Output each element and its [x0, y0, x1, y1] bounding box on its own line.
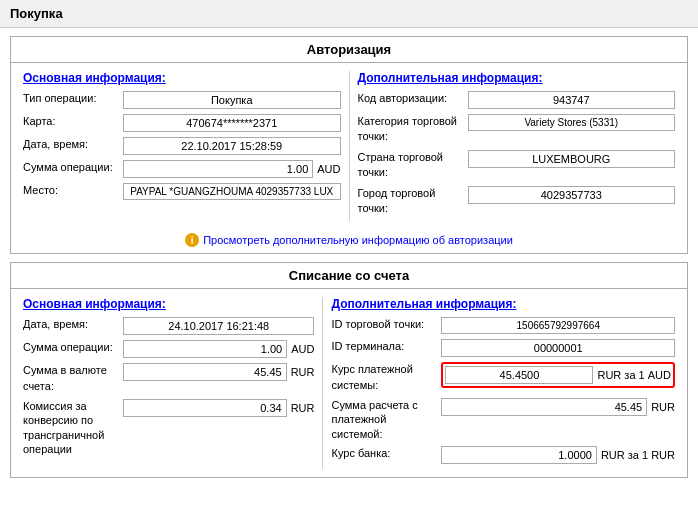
debit-bank-rate-input — [441, 446, 596, 464]
debit-section: Списание со счета Основная информация: Д… — [10, 262, 688, 478]
debit-date-input — [123, 317, 314, 335]
auth-date-input — [123, 137, 341, 155]
debit-ps-amount-input — [441, 398, 647, 416]
auth-card-value — [123, 114, 341, 132]
auth-place-input — [123, 183, 341, 200]
debit-right-title: Дополнительная информация: — [331, 297, 675, 311]
auth-code-value — [468, 91, 676, 109]
debit-date-row: Дата, время: — [23, 317, 314, 335]
auth-category-label: Категория торговой точки: — [358, 114, 468, 145]
debit-merchant-input — [441, 317, 675, 334]
debit-currency-label: Сумма в валюте счета: — [23, 363, 123, 394]
auth-amount-row: Сумма операции: AUD — [23, 160, 341, 178]
debit-body: Основная информация: Дата, время: Сумма … — [11, 289, 687, 477]
debit-ps-amount-label: Сумма расчета с платежной системой: — [331, 398, 441, 441]
auth-card-row: Карта: — [23, 114, 341, 132]
authorization-body: Основная информация: Тип операции: Карта… — [11, 63, 687, 229]
debit-merchant-value — [441, 317, 675, 334]
auth-city-row: Город торговой точки: — [358, 186, 676, 217]
debit-commission-row: Комиссия за конверсию по трансграничной … — [23, 399, 314, 456]
auth-code-label: Код авторизации: — [358, 91, 468, 106]
auth-country-input — [468, 150, 676, 168]
auth-country-label: Страна торговой точки: — [358, 150, 468, 181]
debit-date-label: Дата, время: — [23, 317, 123, 332]
debit-rate-label: Курс платежной системы: — [331, 362, 441, 393]
page-title: Покупка — [0, 0, 698, 28]
debit-left-title: Основная информация: — [23, 297, 314, 311]
auth-date-value — [123, 137, 341, 155]
debit-terminal-label: ID терминала: — [331, 339, 441, 354]
info-icon: i — [185, 233, 199, 247]
debit-rate-unit: RUR за 1 AUD — [597, 369, 671, 381]
auth-category-input — [468, 114, 676, 131]
debit-commission-unit: RUR — [291, 402, 315, 414]
auth-card-label: Карта: — [23, 114, 123, 129]
debit-amount-input — [123, 340, 287, 358]
auth-type-input — [123, 91, 341, 109]
auth-type-label: Тип операции: — [23, 91, 123, 106]
debit-bank-rate-row: Курс банка: RUR за 1 RUR — [331, 446, 675, 464]
debit-rate-input — [445, 366, 593, 384]
debit-commission-input — [123, 399, 287, 417]
debit-right-col: Дополнительная информация: ID торговой т… — [322, 297, 683, 469]
auth-amount-label: Сумма операции: — [23, 160, 123, 175]
auth-date-label: Дата, время: — [23, 137, 123, 152]
debit-amount-unit: AUD — [291, 343, 314, 355]
debit-currency-unit: RUR — [291, 366, 315, 378]
auth-country-value — [468, 150, 676, 168]
auth-place-row: Место: — [23, 183, 341, 200]
debit-bank-rate-label: Курс банка: — [331, 446, 441, 461]
auth-amount-value: AUD — [123, 160, 341, 178]
debit-bank-rate-unit: RUR за 1 RUR — [601, 449, 675, 461]
debit-commission-label: Комиссия за конверсию по трансграничной … — [23, 399, 123, 456]
debit-ps-amount-row: Сумма расчета с платежной системой: RUR — [331, 398, 675, 441]
debit-amount-label: Сумма операции: — [23, 340, 123, 355]
auth-place-label: Место: — [23, 183, 123, 198]
auth-city-value — [468, 186, 676, 204]
debit-bank-rate-value: RUR за 1 RUR — [441, 446, 675, 464]
auth-date-row: Дата, время: — [23, 137, 341, 155]
auth-category-value — [468, 114, 676, 131]
debit-currency-value: RUR — [123, 363, 314, 381]
authorization-section: Авторизация Основная информация: Тип опе… — [10, 36, 688, 254]
auth-amount-unit: AUD — [317, 163, 340, 175]
auth-right-col: Дополнительная информация: Код авторизац… — [349, 71, 684, 221]
auth-type-value — [123, 91, 341, 109]
debit-header: Списание со счета — [11, 263, 687, 289]
debit-merchant-label: ID торговой точки: — [331, 317, 441, 332]
auth-left-title: Основная информация: — [23, 71, 341, 85]
debit-merchant-row: ID торговой точки: — [331, 317, 675, 334]
debit-left-col: Основная информация: Дата, время: Сумма … — [15, 297, 322, 469]
authorization-header: Авторизация — [11, 37, 687, 63]
debit-terminal-row: ID терминала: — [331, 339, 675, 357]
auth-code-input — [468, 91, 676, 109]
auth-category-row: Категория торговой точки: — [358, 114, 676, 145]
debit-currency-row: Сумма в валюте счета: RUR — [23, 363, 314, 394]
auth-right-title: Дополнительная информация: — [358, 71, 676, 85]
auth-country-row: Страна торговой точки: — [358, 150, 676, 181]
auth-info-link[interactable]: i Просмотреть дополнительную информацию … — [11, 229, 687, 253]
debit-ps-amount-unit: RUR — [651, 401, 675, 413]
debit-rate-row: Курс платежной системы: RUR за 1 AUD — [331, 362, 675, 393]
auth-left-col: Основная информация: Тип операции: Карта… — [15, 71, 349, 221]
auth-type-row: Тип операции: — [23, 91, 341, 109]
debit-commission-value: RUR — [123, 399, 314, 417]
debit-date-value — [123, 317, 314, 335]
debit-rate-value: RUR за 1 AUD — [441, 362, 675, 388]
auth-city-input — [468, 186, 676, 204]
auth-code-row: Код авторизации: — [358, 91, 676, 109]
auth-info-link-text: Просмотреть дополнительную информацию об… — [203, 234, 513, 246]
auth-card-input — [123, 114, 341, 132]
debit-currency-input — [123, 363, 287, 381]
debit-amount-value: AUD — [123, 340, 314, 358]
auth-place-value — [123, 183, 341, 200]
auth-amount-input — [123, 160, 313, 178]
debit-amount-row: Сумма операции: AUD — [23, 340, 314, 358]
debit-ps-amount-value: RUR — [441, 398, 675, 416]
auth-city-label: Город торговой точки: — [358, 186, 468, 217]
debit-terminal-value — [441, 339, 675, 357]
debit-terminal-input — [441, 339, 675, 357]
